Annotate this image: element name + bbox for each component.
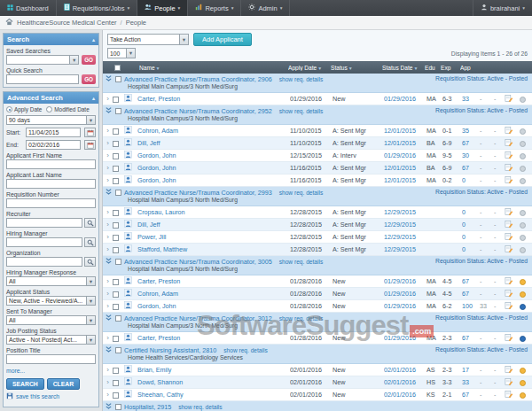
edit-notes-icon[interactable] — [505, 175, 520, 186]
applicant-name-link[interactable]: Gordon, John — [137, 164, 290, 172]
group-checkbox[interactable] — [115, 76, 121, 82]
home-icon[interactable] — [5, 18, 13, 27]
row-checkbox[interactable] — [113, 380, 119, 386]
row-checkbox[interactable] — [113, 392, 119, 399]
applicant-name-link[interactable]: Sheehan, Cathy — [137, 391, 290, 399]
applicant-last-name-input[interactable] — [6, 179, 96, 189]
column-header-apply-date[interactable]: Apply Date▼ — [288, 65, 331, 71]
applicant-name-link[interactable]: Carter, Preston — [137, 95, 290, 103]
search-panel-header[interactable]: Search ▴ — [4, 34, 98, 45]
applicant-name-link[interactable]: Gordon, John — [137, 302, 290, 310]
requisition-title-link[interactable]: Advanced Practice Nurse/Trauma Coordinat… — [124, 189, 272, 197]
add-applicant-button[interactable]: Add Applicant — [193, 33, 252, 46]
expand-row-icon[interactable]: › — [103, 233, 113, 241]
row-checkbox[interactable] — [113, 97, 119, 103]
edit-notes-icon[interactable] — [505, 126, 520, 136]
applicant-name-link[interactable]: Carter, Preston — [137, 334, 290, 342]
expand-row-icon[interactable]: › — [103, 378, 113, 386]
take-action-select[interactable]: Take Action ▼ — [107, 34, 189, 45]
nav-item-dashboard[interactable]: Dashboard — [0, 0, 57, 16]
position-title-input[interactable] — [6, 354, 96, 364]
expand-row-icon[interactable]: › — [103, 334, 113, 342]
requisition-title-link[interactable]: Certified Nursing Assistant, 2810 — [124, 346, 216, 354]
edit-notes-icon[interactable] — [505, 244, 520, 255]
hiring-manager-response-select[interactable]: All▼ — [6, 276, 96, 286]
search-lookup-icon[interactable] — [84, 218, 96, 228]
edit-notes-icon[interactable] — [505, 333, 520, 344]
row-checkbox[interactable] — [113, 304, 119, 310]
save-this-search-link[interactable]: save this search — [16, 393, 59, 399]
end-date-input[interactable] — [26, 140, 81, 150]
applicant-name-link[interactable]: Cohron, Adam — [137, 290, 290, 298]
nav-item-people[interactable]: People▾ — [137, 0, 188, 16]
applicant-status-select[interactable]: New, Active - Reviewed/A...▼ — [6, 296, 96, 306]
requisition-title-link[interactable]: Advanced Practice Nurse/Trauma Coordinat… — [124, 107, 272, 115]
page-size-select[interactable]: 100 ▼ — [107, 48, 136, 58]
row-checkbox[interactable] — [113, 247, 119, 253]
applicant-name-link[interactable]: Stafford, Matthew — [137, 245, 290, 253]
row-checkbox[interactable] — [113, 210, 119, 216]
collapse-group-icon[interactable] — [105, 345, 113, 355]
row-checkbox[interactable] — [113, 222, 119, 229]
expand-row-icon[interactable]: › — [103, 151, 113, 159]
modified-date-radio[interactable]: Modified Date — [46, 106, 89, 112]
group-checkbox[interactable] — [115, 404, 121, 410]
row-checkbox[interactable] — [113, 178, 119, 184]
row-checkbox[interactable] — [113, 279, 119, 285]
edit-notes-icon[interactable] — [505, 289, 520, 299]
edit-notes-icon[interactable] — [505, 390, 520, 400]
row-checkbox[interactable] — [113, 291, 119, 298]
column-header-name[interactable]: Name▼ — [139, 65, 288, 71]
breadcrumb-site[interactable]: HealthcareSource Medical Center — [17, 19, 117, 27]
edit-notes-icon[interactable] — [505, 220, 520, 230]
row-checkbox[interactable] — [113, 166, 119, 172]
edit-notes-icon[interactable] — [505, 163, 520, 174]
column-header-app[interactable]: App — [460, 65, 478, 71]
collapse-group-icon[interactable] — [105, 402, 113, 411]
group-checkbox[interactable] — [115, 347, 121, 353]
show-req-details-link[interactable]: show req. details — [178, 404, 222, 410]
expand-row-icon[interactable]: › — [103, 208, 113, 216]
select-all-checkbox[interactable] — [114, 65, 121, 71]
applicant-name-link[interactable]: Dill, Jeff — [137, 221, 290, 229]
expand-row-icon[interactable]: › — [103, 391, 113, 399]
edit-notes-icon[interactable] — [505, 151, 520, 161]
collapse-group-icon[interactable] — [105, 188, 113, 198]
row-checkbox[interactable] — [113, 368, 119, 374]
clear-button[interactable]: CLEAR — [47, 378, 80, 390]
collapse-group-icon[interactable] — [105, 257, 113, 267]
show-req-details-link[interactable]: show req. details — [279, 190, 323, 196]
saved-searches-go-button[interactable]: GO — [82, 55, 96, 65]
expand-row-icon[interactable]: › — [103, 245, 113, 253]
expand-row-icon[interactable]: › — [103, 302, 113, 310]
edit-notes-icon[interactable] — [505, 94, 520, 105]
search-button[interactable]: SEARCH — [6, 378, 44, 390]
organization-input[interactable] — [6, 257, 82, 267]
expand-row-icon[interactable]: › — [103, 139, 113, 147]
expand-row-icon[interactable]: › — [103, 366, 113, 374]
requisition-number-input[interactable] — [6, 198, 96, 208]
applicant-name-link[interactable]: Dill, Jeff — [137, 139, 290, 147]
expand-row-icon[interactable]: › — [103, 164, 113, 172]
group-checkbox[interactable] — [115, 190, 121, 196]
saved-searches-select[interactable]: ▼ — [6, 55, 79, 65]
row-checkbox[interactable] — [113, 153, 119, 159]
nav-item-admin[interactable]: Admin▾ — [241, 0, 290, 16]
collapse-group-icon[interactable] — [105, 314, 113, 323]
nav-item-reports[interactable]: Reports▾ — [188, 0, 241, 16]
expand-row-icon[interactable]: › — [103, 95, 113, 103]
show-req-details-link[interactable]: show req. details — [279, 259, 323, 265]
applicant-name-link[interactable]: Brian, Emily — [137, 366, 290, 374]
column-header-status-date[interactable]: Status Date▼ — [382, 65, 425, 71]
requisition-title-link[interactable]: Advanced Practice Nurse/Trauma Coordinat… — [124, 314, 272, 322]
collapse-group-icon[interactable] — [105, 106, 113, 116]
group-checkbox[interactable] — [115, 315, 121, 322]
applicant-name-link[interactable]: Carter, Preston — [137, 277, 290, 285]
nav-item-requisitions-jobs[interactable]: Requisitions/Jobs▾ — [57, 0, 138, 16]
expand-row-icon[interactable]: › — [103, 176, 113, 184]
expand-row-icon[interactable]: › — [103, 290, 113, 298]
column-header-edu[interactable]: Edu — [425, 65, 441, 71]
applicant-name-link[interactable]: Gordon, John — [137, 176, 290, 184]
row-checkbox[interactable] — [113, 141, 119, 147]
edit-notes-icon[interactable] — [505, 377, 520, 388]
